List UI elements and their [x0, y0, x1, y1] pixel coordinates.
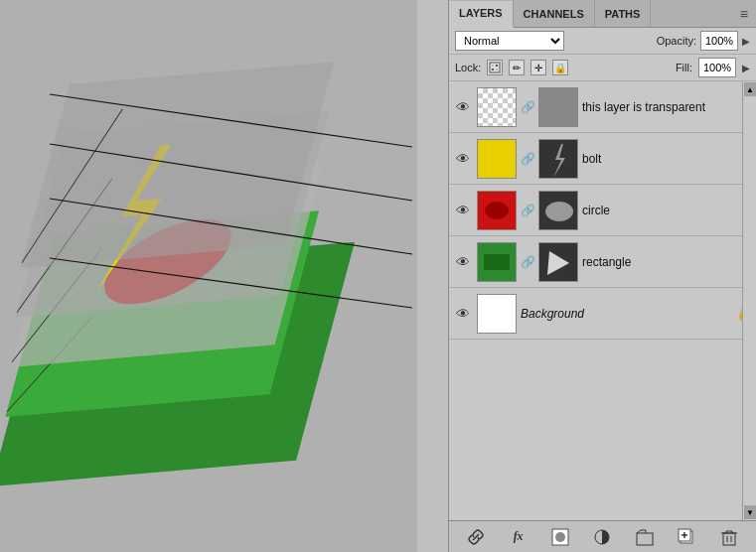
lock-image-icon[interactable]: ✏ [509, 60, 525, 75]
layer-row-rectangle[interactable]: 👁 🔗 rectangle [449, 236, 756, 288]
tab-layers[interactable]: LAYERS [449, 1, 514, 28]
mini-rect-shape [484, 254, 510, 270]
opacity-arrow[interactable]: ▶ [742, 36, 750, 47]
panel-menu-button[interactable]: ≡ [732, 2, 756, 26]
layer-thumb-background [477, 294, 517, 334]
chain-icon-rectangle: 🔗 [521, 255, 534, 269]
layer-row-circle[interactable]: 👁 🔗 circle [449, 185, 756, 236]
layer-stack [20, 40, 397, 516]
svg-point-16 [545, 202, 573, 221]
fill-input[interactable] [698, 58, 736, 77]
blend-mode-row: Normal Multiply Screen Overlay Opacity: … [449, 28, 756, 55]
svg-marker-15 [553, 144, 565, 178]
mini-circle-shape [485, 202, 509, 219]
fill-label: Fill: [676, 62, 692, 73]
opacity-input[interactable] [700, 31, 738, 51]
layer-name-circle: circle [582, 204, 752, 217]
tab-paths[interactable]: PATHS [595, 0, 652, 27]
svg-rect-27 [723, 533, 735, 545]
group-button[interactable] [634, 526, 656, 548]
layer-mask-bolt [538, 139, 578, 179]
panel-tabs: LAYERS CHANNELS PATHS ≡ [449, 0, 756, 28]
scroll-down-button[interactable]: ▼ [744, 505, 756, 519]
layer-thumb-bolt [477, 139, 517, 179]
chain-icon-transparent: 🔗 [521, 100, 534, 114]
layer-thumb-transparent [477, 87, 517, 127]
lock-label: Lock: [455, 62, 481, 73]
svg-rect-12 [492, 69, 494, 70]
layer-thumb-rectangle [477, 242, 517, 282]
layer-row-transparent[interactable]: 👁 🔗 this layer is transparent [449, 81, 756, 133]
canvas-area [0, 0, 417, 552]
svg-point-20 [555, 532, 565, 542]
scroll-up-button[interactable]: ▲ [744, 82, 756, 96]
adjustment-button[interactable] [591, 526, 613, 548]
scroll-bar[interactable]: ▲ ▼ [742, 81, 756, 520]
layer-name-transparent: this layer is transparent [582, 100, 752, 114]
mask-button[interactable] [549, 526, 571, 548]
layer-thumb-circle [477, 191, 517, 230]
layer-row-background[interactable]: 👁 Background 🔒 [449, 288, 756, 340]
lock-all-icon[interactable]: 🔒 [552, 60, 568, 75]
delete-layer-button[interactable] [718, 526, 740, 548]
layer-mask-transparent [538, 87, 578, 127]
eye-icon-circle[interactable]: 👁 [453, 203, 473, 218]
svg-line-4 [22, 109, 123, 263]
svg-rect-22 [637, 533, 653, 545]
svg-rect-10 [492, 65, 494, 67]
effects-button[interactable]: fx [508, 526, 529, 548]
fill-arrow[interactable]: ▶ [742, 63, 750, 73]
layer-name-rectangle: rectangle [582, 255, 752, 269]
opacity-label: Opacity: [657, 35, 696, 47]
tab-channels[interactable]: CHANNELS [514, 0, 595, 27]
lock-transparent-icon[interactable] [487, 60, 503, 75]
blend-mode-select[interactable]: Normal Multiply Screen Overlay [455, 31, 564, 51]
eye-icon-rectangle[interactable]: 👁 [453, 254, 473, 270]
layer-row-bolt[interactable]: 👁 🔗 bolt [449, 133, 756, 185]
layer-mask-rectangle [538, 242, 578, 282]
new-layer-button[interactable] [676, 526, 697, 548]
eye-icon-transparent[interactable]: 👁 [453, 99, 473, 115]
svg-rect-9 [490, 63, 500, 72]
svg-rect-11 [496, 65, 498, 67]
lock-row: Lock: ✏ ✛ 🔒 Fill: ▶ [449, 55, 756, 81]
lock-position-icon[interactable]: ✛ [530, 60, 546, 75]
layer-name-background: Background [521, 307, 732, 321]
svg-marker-17 [547, 251, 569, 275]
eye-icon-bolt[interactable]: 👁 [453, 151, 473, 167]
transparent-plane [20, 62, 334, 268]
panel-toolbar: fx [449, 520, 756, 552]
eye-icon-background[interactable]: 👁 [453, 306, 473, 322]
chain-icon-bolt: 🔗 [521, 152, 534, 166]
chain-icon-circle: 🔗 [521, 204, 534, 217]
layers-panel: LAYERS CHANNELS PATHS ≡ Normal Multiply … [448, 0, 756, 552]
layers-list: 👁 🔗 this layer is transparent 👁 🔗 [449, 81, 756, 520]
layer-name-bolt: bolt [582, 152, 752, 166]
layer-mask-circle [538, 191, 578, 230]
svg-marker-14 [492, 144, 504, 178]
svg-rect-13 [496, 69, 498, 70]
link-button[interactable] [465, 526, 487, 548]
